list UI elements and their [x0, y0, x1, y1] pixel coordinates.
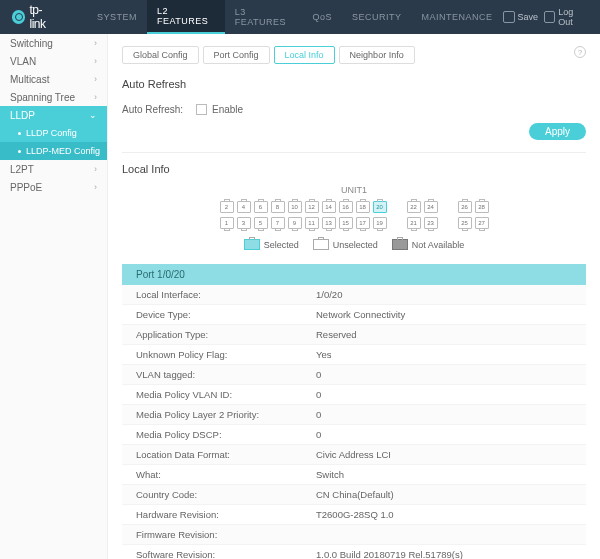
- logout-label: Log Out: [558, 7, 588, 27]
- info-key: What:: [136, 469, 316, 480]
- port-9[interactable]: 9: [288, 217, 302, 229]
- info-key: Device Type:: [136, 309, 316, 320]
- port-18[interactable]: 18: [356, 201, 370, 213]
- port-17[interactable]: 17: [356, 217, 370, 229]
- info-row: Media Policy VLAN ID:0: [122, 385, 586, 405]
- info-value: Civic Address LCI: [316, 449, 391, 460]
- info-row: Country Code:CN China(Default): [122, 485, 586, 505]
- sidebar-item-pppoe[interactable]: PPPoE›: [0, 178, 107, 196]
- config-tabs: Global ConfigPort ConfigLocal InfoNeighb…: [122, 46, 586, 64]
- info-row: Firmware Revision:: [122, 525, 586, 545]
- info-row: Software Revision:1.0.0 Build 20180719 R…: [122, 545, 586, 559]
- tab-global-config[interactable]: Global Config: [122, 46, 199, 64]
- topnav-item-system[interactable]: SYSTEM: [87, 0, 147, 34]
- sidebar-item-spanning-tree[interactable]: Spanning Tree›: [0, 88, 107, 106]
- port-8[interactable]: 8: [271, 201, 285, 213]
- info-key: Local Interface:: [136, 289, 316, 300]
- logout-action[interactable]: Log Out: [544, 7, 588, 27]
- port-23[interactable]: 23: [424, 217, 438, 229]
- info-row: Device Type:Network Connectivity: [122, 305, 586, 325]
- sidebar-item-vlan[interactable]: VLAN›: [0, 52, 107, 70]
- port-24[interactable]: 24: [424, 201, 438, 213]
- enable-label: Enable: [212, 104, 243, 115]
- port-1[interactable]: 1: [220, 217, 234, 229]
- chevron-down-icon: ⌄: [89, 110, 97, 120]
- chevron-right-icon: ›: [94, 164, 97, 174]
- sidebar-item-switching[interactable]: Switching›: [0, 34, 107, 52]
- sidebar-item-multicast[interactable]: Multicast›: [0, 70, 107, 88]
- port-28[interactable]: 28: [475, 201, 489, 213]
- info-value: 1.0.0 Build 20180719 Rel.51789(s): [316, 549, 463, 559]
- sidebar-item-l2pt[interactable]: L2PT›: [0, 160, 107, 178]
- chevron-right-icon: ›: [94, 74, 97, 84]
- info-value: 0: [316, 369, 321, 380]
- port-12[interactable]: 12: [305, 201, 319, 213]
- info-row: VLAN tagged:0: [122, 365, 586, 385]
- top-bar: tp-link SYSTEML2 FEATURESL3 FEATURESQoSS…: [0, 0, 600, 34]
- port-3[interactable]: 3: [237, 217, 251, 229]
- sidebar-sub-lldp-med-config[interactable]: LLDP-MED Config: [0, 142, 107, 160]
- port-20[interactable]: 20: [373, 201, 387, 213]
- swatch-unselected-icon: [313, 239, 329, 250]
- enable-checkbox[interactable]: [196, 104, 207, 115]
- port-10[interactable]: 10: [288, 201, 302, 213]
- info-row: Hardware Revision:T2600G-28SQ 1.0: [122, 505, 586, 525]
- port-row-bottom: 13579111315171921232527: [122, 217, 586, 229]
- topnav-item-qos[interactable]: QoS: [303, 0, 343, 34]
- info-key: Media Policy VLAN ID:: [136, 389, 316, 400]
- info-value: Network Connectivity: [316, 309, 405, 320]
- port-26[interactable]: 26: [458, 201, 472, 213]
- tab-neighbor-info[interactable]: Neighbor Info: [339, 46, 415, 64]
- port-15[interactable]: 15: [339, 217, 353, 229]
- legend-na: Not Available: [392, 239, 464, 250]
- port-legend: Selected Unselected Not Available: [122, 239, 586, 250]
- port-25[interactable]: 25: [458, 217, 472, 229]
- port-22[interactable]: 22: [407, 201, 421, 213]
- sidebar-sub-lldp-config[interactable]: LLDP Config: [0, 124, 107, 142]
- top-nav: SYSTEML2 FEATURESL3 FEATURESQoSSECURITYM…: [87, 0, 503, 34]
- port-11[interactable]: 11: [305, 217, 319, 229]
- info-key: Media Policy DSCP:: [136, 429, 316, 440]
- legend-selected: Selected: [244, 239, 299, 250]
- chevron-right-icon: ›: [94, 38, 97, 48]
- port-19[interactable]: 19: [373, 217, 387, 229]
- info-value: 1/0/20: [316, 289, 342, 300]
- info-key: Media Policy Layer 2 Priority:: [136, 409, 316, 420]
- port-13[interactable]: 13: [322, 217, 336, 229]
- save-icon: [503, 11, 515, 23]
- port-21[interactable]: 21: [407, 217, 421, 229]
- topnav-item-maintenance[interactable]: MAINTENANCE: [412, 0, 503, 34]
- tab-local-info[interactable]: Local Info: [274, 46, 335, 64]
- port-14[interactable]: 14: [322, 201, 336, 213]
- swatch-na-icon: [392, 239, 408, 250]
- port-5[interactable]: 5: [254, 217, 268, 229]
- brand-logo: tp-link: [12, 3, 57, 31]
- tab-port-config[interactable]: Port Config: [203, 46, 270, 64]
- port-7[interactable]: 7: [271, 217, 285, 229]
- port-6[interactable]: 6: [254, 201, 268, 213]
- port-2[interactable]: 2: [220, 201, 234, 213]
- top-actions: Save Log Out: [503, 7, 588, 27]
- info-value: T2600G-28SQ 1.0: [316, 509, 394, 520]
- info-value: 0: [316, 389, 321, 400]
- legend-unselected: Unselected: [313, 239, 378, 250]
- topnav-item-l2-features[interactable]: L2 FEATURES: [147, 0, 225, 34]
- save-action[interactable]: Save: [503, 11, 539, 23]
- topnav-item-l3-features[interactable]: L3 FEATURES: [225, 0, 303, 34]
- help-icon[interactable]: ?: [574, 46, 586, 58]
- swatch-selected-icon: [244, 239, 260, 250]
- port-16[interactable]: 16: [339, 201, 353, 213]
- info-row: Media Policy DSCP:0: [122, 425, 586, 445]
- info-key: Application Type:: [136, 329, 316, 340]
- topnav-item-security[interactable]: SECURITY: [342, 0, 412, 34]
- port-27[interactable]: 27: [475, 217, 489, 229]
- section-auto-refresh: Auto Refresh: [122, 78, 586, 90]
- chevron-right-icon: ›: [94, 92, 97, 102]
- unit-label: UNIT1: [122, 185, 586, 195]
- auto-refresh-label: Auto Refresh:: [122, 104, 196, 115]
- save-label: Save: [518, 12, 539, 22]
- chevron-right-icon: ›: [94, 56, 97, 66]
- sidebar-item-lldp[interactable]: LLDP⌄: [0, 106, 107, 124]
- port-4[interactable]: 4: [237, 201, 251, 213]
- apply-button[interactable]: Apply: [529, 123, 586, 140]
